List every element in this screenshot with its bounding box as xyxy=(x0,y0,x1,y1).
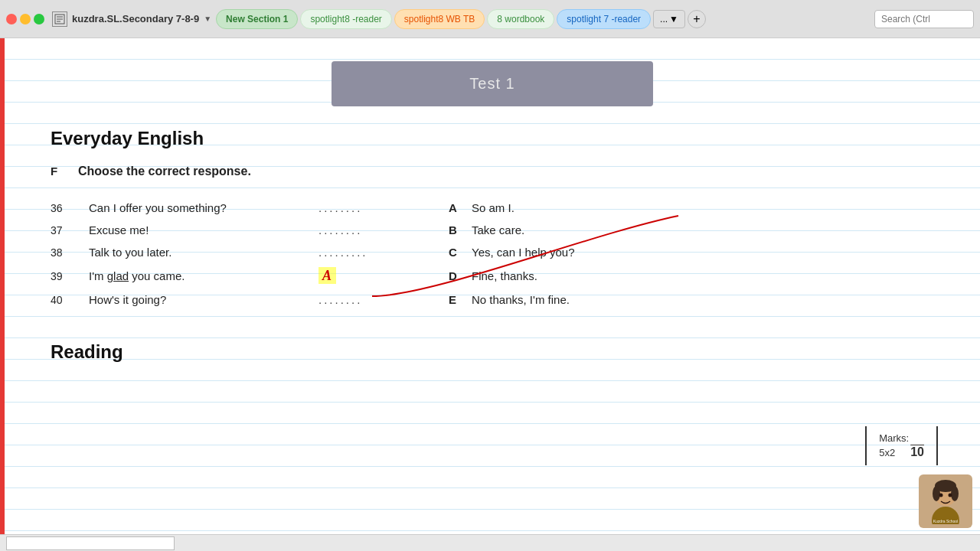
tab-spotlight8-wb-tb[interactable]: spotlight8 WB TB xyxy=(394,9,485,29)
q-dots-37: ........ xyxy=(318,219,387,241)
marks-value: 10 xyxy=(910,445,924,459)
svg-point-9 xyxy=(939,494,943,497)
q-spacer-40 xyxy=(387,289,449,311)
search-input[interactable] xyxy=(874,10,974,28)
tab-8-wordbook[interactable]: 8 wordbook xyxy=(487,9,554,29)
doc-icon xyxy=(52,11,67,27)
q-spacer-38 xyxy=(387,241,449,263)
svg-point-8 xyxy=(951,486,959,501)
q-text-36: Can I offer you something? xyxy=(89,197,318,219)
doc-title-dropdown[interactable]: ▼ xyxy=(204,15,211,23)
ans-letter-c: C xyxy=(449,241,472,263)
q-text-40: How's it going? xyxy=(89,289,318,311)
main-area: Test 1 Everyday English F Choose the cor… xyxy=(0,38,980,534)
q-spacer-39 xyxy=(387,263,449,289)
question-row-39: 39 I'm glad you came. A D Fine, thanks. xyxy=(51,263,934,289)
question-row-36: 36 Can I offer you something? ........ A… xyxy=(51,197,934,219)
question-row-38: 38 Talk to you later. ......... C Yes, c… xyxy=(51,241,934,263)
ans-text-a: So am I. xyxy=(472,197,934,219)
ans-text-d: Fine, thanks. xyxy=(472,263,934,289)
q-annotated-39: A xyxy=(318,263,387,289)
window-controls xyxy=(6,14,44,24)
add-tab-button[interactable]: + xyxy=(688,10,706,28)
marks-fraction: 5x2 10 xyxy=(879,445,924,459)
instruction-text: Choose the correct response. xyxy=(78,165,251,178)
svg-point-10 xyxy=(949,494,952,497)
tabs-area: New Section 1 spotlight8 -reader spotlig… xyxy=(216,9,870,29)
more-tabs-button[interactable]: ... ▼ xyxy=(653,10,685,28)
ans-letter-a: A xyxy=(449,197,472,219)
q-text-39: I'm glad you came. xyxy=(89,263,318,289)
q-num-37: 37 xyxy=(51,219,89,241)
q-dots-36: ........ xyxy=(318,197,387,219)
tab-spotlight7-reader[interactable]: spotlight 7 -reader xyxy=(557,9,651,29)
marks-multiplier: 5x2 xyxy=(879,447,895,458)
svg-text:Kuzdra School: Kuzdra School xyxy=(933,519,959,523)
svg-point-7 xyxy=(933,486,940,501)
q-text-38: Talk to you later. xyxy=(89,241,318,263)
exercise-table: 36 Can I offer you something? ........ A… xyxy=(51,197,934,311)
q-num-39: 39 xyxy=(51,263,89,289)
browser-bar: kuzdra.SL.Secondary 7-8-9 ▼ New Section … xyxy=(0,0,980,38)
q-spacer-37 xyxy=(387,219,449,241)
more-tabs-label: ... xyxy=(660,14,668,24)
ans-text-c: Yes, can I help you? xyxy=(472,241,934,263)
q-num-40: 40 xyxy=(51,289,89,311)
maximize-window-button[interactable] xyxy=(34,14,44,24)
ans-letter-d: D xyxy=(449,263,472,289)
q-spacer-36 xyxy=(387,197,449,219)
avatar: Kuzdra School xyxy=(919,474,972,528)
instruction-row: F Choose the correct response. xyxy=(51,165,934,178)
more-tabs-arrow: ▼ xyxy=(669,14,678,24)
doc-title-area: kuzdra.SL.Secondary 7-8-9 ▼ xyxy=(52,11,211,27)
ans-text-b: Take care. xyxy=(472,219,934,241)
avatar-image: Kuzdra School xyxy=(923,478,969,524)
test-title: Test 1 xyxy=(469,75,514,92)
reading-section-title: Reading xyxy=(51,341,934,363)
question-row-40: 40 How's it going? ........ E No thanks,… xyxy=(51,289,934,311)
doc-title: kuzdra.SL.Secondary 7-8-9 xyxy=(72,13,199,24)
ans-text-e: No thanks, I'm fine. xyxy=(472,289,934,311)
tab-new-section[interactable]: New Section 1 xyxy=(216,9,298,29)
ans-letter-b: B xyxy=(449,219,472,241)
q-dots-40: ........ xyxy=(318,289,387,311)
page-content: Test 1 Everyday English F Choose the cor… xyxy=(5,38,980,534)
marks-box: Marks: 5x2 10 xyxy=(865,426,938,465)
close-window-button[interactable] xyxy=(6,14,17,24)
bottom-input[interactable] xyxy=(6,536,175,550)
instruction-letter: F xyxy=(51,165,66,178)
ans-letter-e: E xyxy=(449,289,472,311)
minimize-window-button[interactable] xyxy=(20,14,31,24)
tab-spotlight8-reader[interactable]: spotlight8 -reader xyxy=(300,9,391,29)
q-dots-38: ......... xyxy=(318,241,387,263)
bottom-bar xyxy=(0,534,980,551)
marks-label: Marks: xyxy=(879,432,924,444)
annotation-a-symbol: A xyxy=(318,267,336,284)
q-num-36: 36 xyxy=(51,197,89,219)
test-banner: Test 1 xyxy=(332,61,653,106)
q-num-38: 38 xyxy=(51,241,89,263)
q-text-37: Excuse me! xyxy=(89,219,318,241)
section-title: Everyday English xyxy=(51,128,934,149)
question-row-37: 37 Excuse me! ........ B Take care. xyxy=(51,219,934,241)
